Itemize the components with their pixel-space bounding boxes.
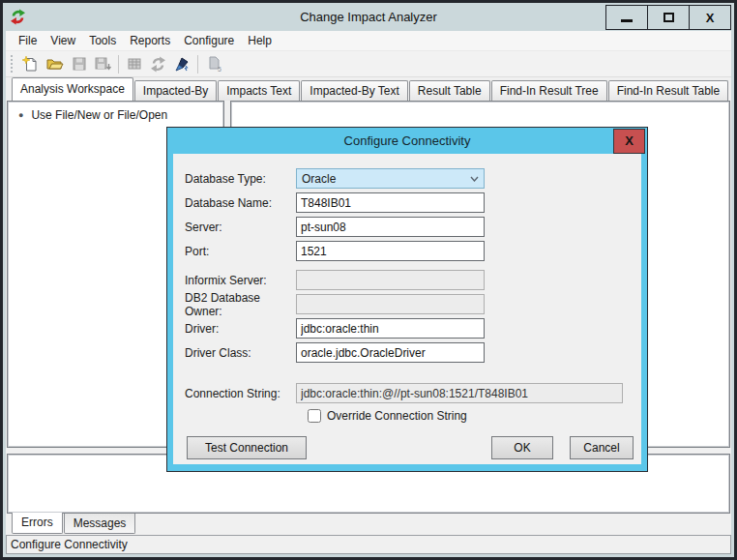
menu-tools[interactable]: Tools [82, 34, 123, 47]
minimize-button[interactable] [605, 5, 648, 30]
database-name-label: Database Name: [185, 196, 296, 210]
tab-messages[interactable]: Messages [64, 514, 136, 534]
tab-find-in-result-tree[interactable]: Find-In Result Tree [491, 80, 607, 101]
toolbar-grip[interactable] [11, 55, 14, 73]
maximize-button[interactable] [647, 5, 690, 30]
driver-class-input[interactable] [296, 342, 485, 363]
db2-database-owner-input [296, 294, 485, 314]
database-type-select[interactable]: Oracle [296, 168, 485, 189]
tab-find-in-result-table[interactable]: Find-In Result Table [608, 80, 729, 101]
connection-string-label: Connection String: [185, 387, 296, 400]
close-button[interactable]: X [689, 5, 731, 30]
tab-errors[interactable]: Errors [12, 513, 63, 534]
toolbar-separator [197, 55, 198, 74]
override-connection-string-checkbox[interactable] [308, 409, 321, 423]
database-type-value: Oracle [302, 172, 336, 186]
chevron-down-icon [470, 176, 479, 182]
svg-text:5: 5 [218, 66, 221, 73]
bullet-icon: ● [18, 111, 23, 120]
database-name-input[interactable] [296, 192, 485, 213]
configure-connectivity-dialog: Configure Connectivity X Database Type: … [166, 127, 648, 472]
result-table-button [122, 53, 146, 75]
connection-string-input [296, 383, 623, 403]
new-file-button[interactable] [18, 53, 43, 75]
window-controls: X [606, 5, 731, 30]
save-as-icon [95, 56, 111, 72]
refresh-icon [150, 56, 166, 73]
tab-result-table[interactable]: Result Table [409, 80, 490, 101]
menu-view[interactable]: View [44, 34, 82, 47]
open-folder-icon [46, 56, 64, 72]
port-label: Port: [185, 245, 296, 258]
open-file-button[interactable] [43, 53, 67, 75]
port-input[interactable] [296, 241, 485, 261]
refresh-button [146, 53, 170, 75]
toolbar: 5 [6, 51, 731, 77]
test-connection-button[interactable]: Test Connection [187, 436, 307, 459]
report-button: 5 [201, 53, 225, 75]
ok-button[interactable]: OK [491, 436, 553, 459]
tree-item[interactable]: ● Use File/New or File/Open [8, 102, 223, 122]
override-connection-string-label: Override Connection String [327, 409, 467, 423]
app-window: Change Impact Analyzer X File View Tools… [0, 0, 737, 560]
workspace-tabstrip: Analysis Workspace Impacted-By Impacts T… [6, 77, 731, 101]
status-bar: Configure Connectivity [6, 535, 731, 554]
maximize-icon [663, 13, 674, 22]
menu-reports[interactable]: Reports [123, 34, 177, 47]
server-label: Server: [185, 221, 296, 234]
driver-label: Driver: [185, 322, 296, 336]
cancel-button[interactable]: Cancel [570, 436, 634, 459]
informix-server-label: Informix Server: [185, 274, 296, 287]
table-icon [127, 56, 142, 72]
run-analysis-button[interactable] [170, 53, 194, 75]
report-icon: 5 [206, 56, 221, 72]
new-file-icon [22, 56, 39, 73]
tab-impacted-by[interactable]: Impacted-By [134, 80, 217, 101]
menu-file[interactable]: File [12, 34, 44, 47]
save-as-button [91, 53, 115, 75]
dialog-close-button[interactable]: X [613, 129, 645, 154]
save-button [67, 53, 91, 75]
menu-configure[interactable]: Configure [177, 34, 241, 47]
menubar: File View Tools Reports Configure Help [6, 31, 731, 51]
menu-help[interactable]: Help [241, 34, 279, 47]
dialog-title: Configure Connectivity [173, 128, 641, 154]
minimize-icon [621, 19, 633, 22]
db2-database-owner-label: DB2 Database Owner: [185, 291, 296, 318]
bottom-tabstrip: Errors Messages [6, 514, 731, 535]
tab-impacts-text[interactable]: Impacts Text [218, 80, 300, 101]
run-analysis-icon [174, 56, 191, 73]
tab-analysis-workspace[interactable]: Analysis Workspace [12, 77, 133, 101]
dialog-titlebar: Configure Connectivity X [173, 128, 641, 154]
tree-item-label: Use File/New or File/Open [31, 108, 167, 122]
tab-impacted-by-text[interactable]: Impacted-By Text [301, 80, 407, 101]
toolbar-separator [118, 55, 119, 74]
driver-input[interactable] [296, 318, 485, 339]
save-icon [72, 56, 87, 72]
database-type-label: Database Type: [185, 172, 296, 186]
titlebar: Change Impact Analyzer X [3, 3, 734, 31]
informix-server-input [296, 270, 485, 290]
driver-class-label: Driver Class: [185, 346, 296, 360]
server-input[interactable] [296, 217, 485, 237]
dialog-body: Database Type: Oracle Database Name: Ser… [173, 154, 641, 464]
